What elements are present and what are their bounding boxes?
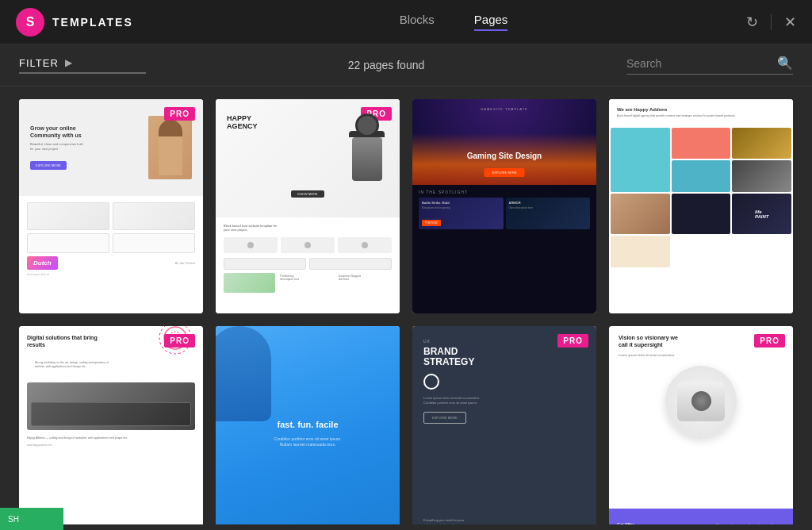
card-preview-6: fast. fun. facile Curabitur porttitor er… xyxy=(216,326,400,524)
filter-arrow-icon: ▶ xyxy=(65,57,72,68)
tab-pages[interactable]: Pages xyxy=(474,13,508,31)
pro-badge-8: PRO xyxy=(754,334,785,348)
search-icon: 🔍 xyxy=(777,56,793,71)
pro-badge-5: PRO xyxy=(164,334,195,348)
status-bar: SH xyxy=(0,508,63,530)
pages-found-count: 22 pages found xyxy=(146,59,626,71)
close-button[interactable]: ✕ xyxy=(784,13,796,31)
card-preview-4: We are Happy Addons A pro-based digital … xyxy=(609,99,793,313)
template-card-4[interactable]: We are Happy Addons A pro-based digital … xyxy=(609,99,793,313)
card-preview-8: Vision so visionary wecall it supersight… xyxy=(609,326,793,524)
card-preview-1: Grow your onlineCommunity with us Beauti… xyxy=(19,99,203,313)
card-preview-5: Digital solutions that bringresults Stro… xyxy=(19,326,203,524)
card-preview-7: UX BRANDSTRATEGY Lorem ipsum dolor sit a… xyxy=(412,326,596,524)
status-label: SH xyxy=(8,515,19,524)
filter-area[interactable]: FILTER ▶ xyxy=(19,57,146,74)
card-preview-3: GAMESITE TEMPLATE Gaming Site Design EXP… xyxy=(412,99,596,313)
nav-tabs: Blocks Pages xyxy=(174,13,733,31)
app-logo: S xyxy=(16,8,44,36)
template-card-1[interactable]: PRO Grow your onlineCommunity with us Be… xyxy=(19,99,203,313)
header-actions: ↻ ✕ xyxy=(733,13,796,31)
template-card-2[interactable]: PRO HAPPYAGENCY KNOW MORE Block based be… xyxy=(216,99,400,313)
pro-badge: PRO xyxy=(164,107,195,121)
search-input[interactable] xyxy=(626,57,777,70)
template-card-5[interactable]: PRO Digital solutions that bringresults … xyxy=(19,326,203,524)
filter-label: FILTER xyxy=(19,57,59,69)
card-preview-2: HAPPYAGENCY KNOW MORE Block based best w… xyxy=(216,99,400,313)
refresh-button[interactable]: ↻ xyxy=(746,13,758,31)
template-grid: PRO Grow your onlineCommunity with us Be… xyxy=(0,86,812,524)
logo-area: S TEMPLATES xyxy=(16,8,174,36)
header: S TEMPLATES Blocks Pages ↻ ✕ xyxy=(0,0,812,44)
app-title: TEMPLATES xyxy=(52,16,133,29)
template-card-8[interactable]: PRO Vision so visionary wecall it supers… xyxy=(609,326,793,524)
search-area: 🔍 xyxy=(626,56,793,75)
toolbar: FILTER ▶ 22 pages found 🔍 xyxy=(0,44,812,86)
header-divider xyxy=(771,14,772,30)
template-card-6[interactable]: fast. fun. facile Curabitur porttitor er… xyxy=(216,326,400,524)
tab-blocks[interactable]: Blocks xyxy=(400,13,435,31)
pro-badge-7: PRO xyxy=(557,334,588,348)
template-card-3[interactable]: GAMESITE TEMPLATE Gaming Site Design EXP… xyxy=(412,99,596,313)
template-card-7[interactable]: PRO UX BRANDSTRATEGY Lorem ipsum dolor s… xyxy=(412,326,596,524)
